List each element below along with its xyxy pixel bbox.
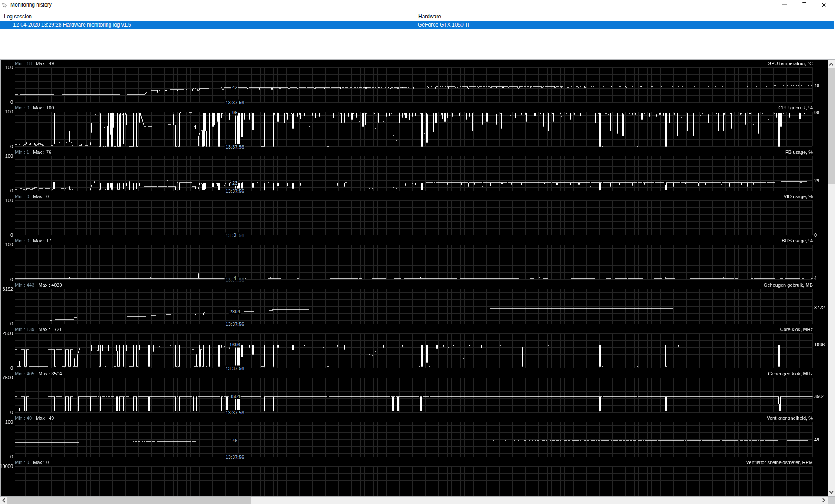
restore-down-icon	[795, 0, 814, 10]
scroll-right-button[interactable]	[820, 497, 828, 504]
vertical-scrollbar-thumb[interactable]	[828, 68, 835, 184]
close-button[interactable]	[814, 0, 834, 10]
window-title: Monitoring history	[10, 0, 52, 10]
vertical-scrollbar[interactable]	[828, 60, 835, 496]
minimize-icon	[775, 0, 795, 10]
chevron-right-icon	[821, 498, 825, 503]
horizontal-scrollbar[interactable]	[0, 497, 828, 504]
maximize-restore-button[interactable]	[795, 0, 814, 10]
title-bar: Monitoring history	[0, 0, 835, 10]
hardware-cell: GeForce GTX 1050 Ti	[418, 21, 469, 29]
chevron-down-icon	[829, 490, 834, 494]
scroll-up-button[interactable]	[828, 60, 835, 68]
monitoring-graphs-canvas[interactable]	[0, 0, 835, 504]
scroll-left-button[interactable]	[0, 497, 7, 504]
chevron-left-icon	[3, 498, 7, 503]
scroll-down-button[interactable]	[828, 489, 835, 496]
chevron-up-icon	[829, 63, 834, 67]
close-icon	[814, 0, 834, 10]
log-session-list: Log session Hardware 12-04-2020 13:29:28…	[0, 10, 835, 59]
monitoring-history-window: Monitoring history Log session Hardware …	[0, 0, 835, 504]
log-session-row-selected[interactable]: 12-04-2020 13:29:28 Hardware monitoring …	[0, 21, 834, 29]
log-session-cell: 12-04-2020 13:29:28 Hardware monitoring …	[13, 21, 131, 29]
scrollbar-corner	[828, 497, 835, 504]
horizontal-scrollbar-thumb[interactable]	[7, 497, 251, 504]
minimize-button[interactable]	[775, 0, 795, 10]
afterburner-jet-icon	[1, 2, 7, 8]
column-header-log-session[interactable]: Log session	[4, 12, 32, 21]
column-header-hardware[interactable]: Hardware	[418, 12, 441, 21]
